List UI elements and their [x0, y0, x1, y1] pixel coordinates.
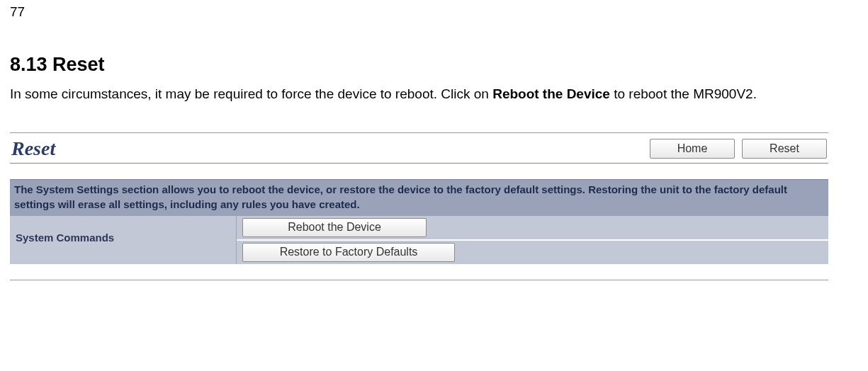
restore-defaults-button[interactable]: Restore to Factory Defaults [242, 243, 455, 262]
body-text-bold: Reboot the Device [492, 86, 610, 101]
settings-panel: Reset Home Reset The System Settings sec… [10, 132, 828, 280]
reboot-device-button[interactable]: Reboot the Device [242, 218, 427, 237]
top-button-group: Home Reset [650, 139, 827, 159]
spacer-bottom [10, 264, 828, 280]
action-row-restore: Restore to Factory Defaults [237, 241, 828, 264]
action-row-reboot: Reboot the Device [237, 216, 828, 239]
home-button[interactable]: Home [650, 139, 735, 159]
system-commands-label: System Commands [10, 216, 237, 264]
body-text-2: to reboot the MR900V2. [610, 86, 757, 101]
spacer [10, 164, 828, 179]
panel-header: Reset Home Reset [10, 133, 828, 164]
commands-actions: Reboot the Device Restore to Factory Def… [237, 216, 828, 264]
commands-row: System Commands Reboot the Device Restor… [10, 216, 828, 264]
section-body: In some circumstances, it may be require… [10, 83, 858, 105]
panel-title: Reset [11, 137, 55, 160]
info-bar: The System Settings section allows you t… [10, 179, 828, 216]
body-text-1: In some circumstances, it may be require… [10, 86, 492, 101]
reset-button[interactable]: Reset [742, 139, 827, 159]
page-number: 77 [10, 4, 858, 20]
section-title: 8.13 Reset [10, 54, 858, 76]
